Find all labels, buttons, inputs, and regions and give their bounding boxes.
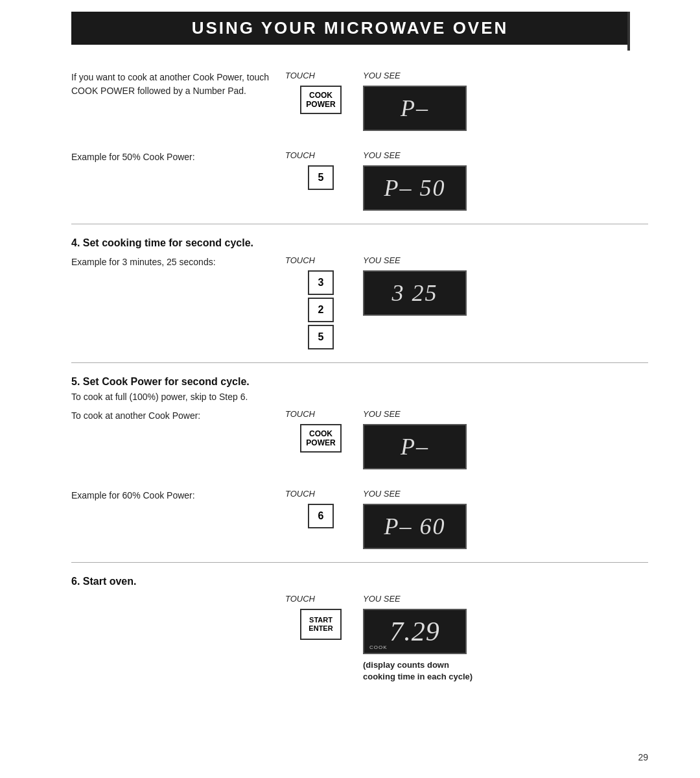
touch-label-3: TOUCH bbox=[285, 255, 315, 265]
you-see-label-6: YOU SEE bbox=[363, 594, 401, 604]
60-percent-text: Example for 60% Cook Power: bbox=[71, 489, 279, 502]
button-group-325: 3 2 5 bbox=[308, 270, 334, 349]
see-col-1: YOU SEE P– bbox=[363, 71, 648, 131]
touch-col-2: TOUCH 5 bbox=[279, 150, 363, 190]
touch-col-6: TOUCH STARTENTER bbox=[279, 594, 363, 640]
step5-heading-row: 5. Set Cook Power for second cycle. To c… bbox=[71, 376, 648, 404]
display-value-3: 3 25 bbox=[392, 279, 438, 307]
number-6-button[interactable]: 6 bbox=[308, 504, 334, 528]
cook-power-button-2[interactable]: COOKPOWER bbox=[300, 424, 342, 453]
display-screen-1: P– bbox=[363, 86, 467, 131]
display-note: (display counts down cooking time in eac… bbox=[363, 659, 480, 683]
step5-sub1: To cook at full (100%) power, skip to St… bbox=[71, 390, 279, 404]
display-screen-3: 3 25 bbox=[363, 270, 467, 316]
you-see-label-1: YOU SEE bbox=[363, 71, 401, 80]
touch-label-6: TOUCH bbox=[285, 594, 315, 604]
display-screen-2: P– 50 bbox=[363, 165, 467, 211]
touch-col-5: TOUCH 6 bbox=[279, 489, 363, 528]
section-step4: Example for 3 minutes, 25 seconds: TOUCH… bbox=[71, 255, 648, 363]
you-see-label-4: YOU SEE bbox=[363, 409, 401, 419]
see-col-2: YOU SEE P– 50 bbox=[363, 150, 648, 211]
touch-col-4: TOUCH COOKPOWER bbox=[279, 409, 363, 453]
page-content: If you want to cook at another Cook Powe… bbox=[0, 45, 700, 728]
touch-col-1: TOUCH COOKPOWER bbox=[279, 71, 363, 114]
cook-label: COOK bbox=[369, 644, 388, 650]
page-number: 29 bbox=[638, 752, 648, 762]
page-title: USING YOUR MICROWAVE OVEN bbox=[192, 18, 509, 38]
display-value-6: 7.29 bbox=[390, 616, 440, 647]
step4-sub-text: Example for 3 minutes, 25 seconds: bbox=[71, 255, 279, 269]
number-5-button[interactable]: 5 bbox=[308, 165, 334, 190]
number-2-button[interactable]: 2 bbox=[308, 298, 334, 322]
section-step5-cookpower: To cook at another Cook Power: TOUCH COO… bbox=[71, 409, 648, 482]
section-50-percent: Example for 50% Cook Power: TOUCH 5 YOU … bbox=[71, 150, 648, 224]
step5-title: 5. Set Cook Power for second cycle. bbox=[71, 376, 648, 388]
display-value-1: P– bbox=[401, 95, 429, 122]
cook-power-intro-text: If you want to cook at another Cook Powe… bbox=[71, 71, 279, 98]
step4-title: 4. Set cooking time for second cycle. bbox=[71, 237, 648, 249]
display-value-2: P– 50 bbox=[384, 174, 446, 202]
display-value-5: P– 60 bbox=[384, 513, 446, 540]
step6-title: 6. Start oven. bbox=[71, 576, 648, 587]
display-value-4: P– bbox=[401, 433, 429, 460]
you-see-label-2: YOU SEE bbox=[363, 150, 401, 160]
see-col-6: YOU SEE 7.29 COOK (display counts down c… bbox=[363, 594, 648, 683]
display-screen-6: 7.29 COOK bbox=[363, 609, 467, 654]
touch-label-4: TOUCH bbox=[285, 409, 315, 419]
touch-label-1: TOUCH bbox=[285, 71, 315, 80]
display-screen-4: P– bbox=[363, 424, 467, 469]
you-see-label-3: YOU SEE bbox=[363, 255, 401, 265]
section-step6: TOUCH STARTENTER YOU SEE 7.29 COOK (disp… bbox=[71, 594, 648, 696]
see-col-5: YOU SEE P– 60 bbox=[363, 489, 648, 549]
header-bar: USING YOUR MICROWAVE OVEN bbox=[71, 12, 629, 45]
step5-sub2-text: To cook at another Cook Power: bbox=[71, 409, 279, 423]
section-cook-power-intro: If you want to cook at another Cook Powe… bbox=[71, 71, 648, 144]
see-col-3: YOU SEE 3 25 bbox=[363, 255, 648, 316]
touch-col-3: TOUCH 3 2 5 bbox=[279, 255, 363, 349]
step4-heading-row: 4. Set cooking time for second cycle. bbox=[71, 237, 648, 249]
touch-label-5: TOUCH bbox=[285, 489, 315, 499]
start-enter-button[interactable]: STARTENTER bbox=[300, 609, 342, 640]
see-col-4: YOU SEE P– bbox=[363, 409, 648, 469]
touch-label-2: TOUCH bbox=[285, 150, 315, 160]
step6-heading-row: 6. Start oven. bbox=[71, 576, 648, 587]
bookmark bbox=[627, 12, 630, 51]
section-60-percent: Example for 60% Cook Power: TOUCH 6 YOU … bbox=[71, 489, 648, 563]
number-3-button[interactable]: 3 bbox=[308, 270, 334, 295]
cook-power-button-1[interactable]: COOKPOWER bbox=[300, 86, 342, 114]
number-5-button-2[interactable]: 5 bbox=[308, 325, 334, 349]
50-percent-text: Example for 50% Cook Power: bbox=[71, 150, 279, 164]
you-see-label-5: YOU SEE bbox=[363, 489, 401, 499]
display-screen-5: P– 60 bbox=[363, 504, 467, 549]
